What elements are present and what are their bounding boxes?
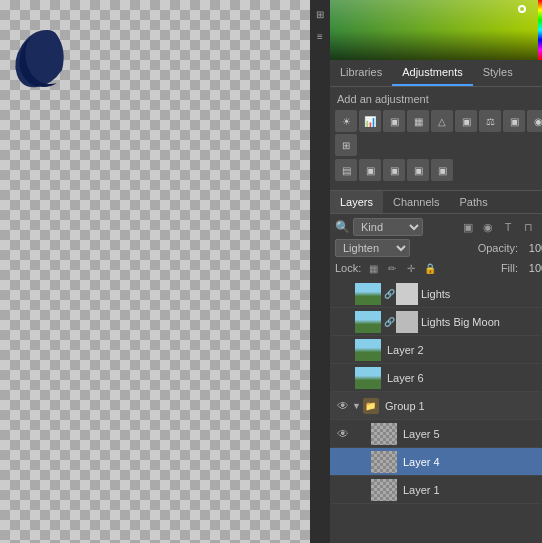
film-strip-icon[interactable]: ▣ — [455, 110, 477, 132]
tab-libraries[interactable]: Libraries — [330, 60, 392, 86]
lock-icons: ▦ ✏ ✛ 🔒 — [365, 260, 438, 276]
camera-icon[interactable]: ◉ — [527, 110, 542, 132]
layer-thumbnail — [355, 339, 381, 361]
vibrance-icon[interactable]: ▦ — [407, 110, 429, 132]
visibility-icon[interactable] — [334, 313, 352, 331]
lock-move-icon[interactable]: ✛ — [403, 260, 419, 276]
layers-controls: 🔍 Kind ▣ ◉ T ⊓ 🔒 Lighten Opacity: 100% L… — [330, 214, 542, 280]
visibility-icon[interactable] — [334, 481, 352, 499]
adjustment-filter-icon[interactable]: ◉ — [479, 218, 497, 236]
color-gradient[interactable] — [330, 0, 538, 60]
canvas-area — [0, 0, 310, 543]
black-white-icon[interactable]: ▣ — [503, 110, 525, 132]
posterize-icon[interactable]: ▣ — [359, 159, 381, 181]
curves-icon[interactable]: 📊 — [359, 110, 381, 132]
search-icon: 🔍 — [335, 220, 350, 234]
channel-mixer-icon[interactable]: ▣ — [431, 159, 453, 181]
blend-opacity-row: Lighten Opacity: 100% — [335, 239, 542, 257]
layer-list: 🔗 Lights 🔗 Lights Big Moon Layer 2 Layer… — [330, 280, 542, 543]
group-expand-icon[interactable]: ▼ — [352, 401, 361, 411]
opacity-value: 100% — [522, 242, 542, 254]
lock-label: Lock: — [335, 262, 361, 274]
lock-brush-icon[interactable]: ✏ — [384, 260, 400, 276]
lock-row: Lock: ▦ ✏ ✛ 🔒 Fill: 100% — [335, 260, 542, 276]
chain-icon: 🔗 — [384, 317, 394, 327]
layer-name: Group 1 — [385, 400, 542, 412]
balance-icon[interactable]: ⚖ — [479, 110, 501, 132]
brightness-icon[interactable]: ☀ — [335, 110, 357, 132]
adjustment-icons-row-2: ▤ ▣ ▣ ▣ ▣ — [335, 159, 542, 181]
layer-mask-thumbnail — [396, 283, 418, 305]
lock-all-icon[interactable]: 🔒 — [422, 260, 438, 276]
tab-layers[interactable]: Layers — [330, 191, 383, 213]
layer-thumbnail — [355, 283, 381, 305]
visibility-icon[interactable] — [334, 285, 352, 303]
panel-tabs: Libraries Adjustments Styles — [330, 60, 542, 87]
table-row[interactable]: Layer 2 — [330, 336, 542, 364]
add-adjustment-label: Add an adjustment — [335, 93, 542, 105]
layer-name: Lights — [421, 288, 542, 300]
lock-checkerboard-icon[interactable]: ▦ — [365, 260, 381, 276]
layer-mask-thumbnail — [396, 311, 418, 333]
adjustment-icons-row-1: ☀ 📊 ▣ ▦ △ ▣ ⚖ ▣ ◉ ⊞ — [335, 110, 542, 156]
opacity-label: Opacity: — [478, 242, 518, 254]
layer-thumbnail — [371, 479, 397, 501]
panel-toggle-icon[interactable]: ⊞ — [311, 5, 329, 23]
fill-value: 100% — [522, 262, 542, 274]
visibility-icon[interactable] — [334, 369, 352, 387]
layer-thumbnail — [371, 451, 397, 473]
layer-filter-icons: ▣ ◉ T ⊓ 🔒 — [459, 218, 542, 236]
blend-mode-dropdown[interactable]: Lighten — [335, 239, 410, 257]
visibility-icon[interactable]: 👁 — [334, 425, 352, 443]
type-filter-icon[interactable]: T — [499, 218, 517, 236]
color-cursor[interactable] — [518, 5, 526, 13]
logo-svg — [12, 25, 67, 90]
layers-tabs: Layers Channels Paths — [330, 190, 542, 214]
tab-paths[interactable]: Paths — [450, 191, 498, 213]
visibility-icon[interactable] — [334, 453, 352, 471]
kind-dropdown[interactable]: Kind — [353, 218, 423, 236]
table-row[interactable]: 👁 ▼ 📁 Group 1 — [330, 392, 542, 420]
threshold-icon[interactable]: ▣ — [383, 159, 405, 181]
chain-icon: 🔗 — [384, 289, 394, 299]
layer-thumbnail — [355, 367, 381, 389]
table-row[interactable]: Layer 1 — [330, 476, 542, 504]
pixel-filter-icon[interactable]: ▣ — [459, 218, 477, 236]
fill-label: Fill: — [501, 262, 518, 274]
table-row[interactable]: 🔗 Lights — [330, 280, 542, 308]
layer-name: Layer 1 — [403, 484, 542, 496]
adjustments-panel: Add an adjustment ☀ 📊 ▣ ▦ △ ▣ ⚖ ▣ ◉ ⊞ ▤ … — [330, 87, 542, 190]
tab-styles[interactable]: Styles — [473, 60, 523, 86]
tab-channels[interactable]: Channels — [383, 191, 449, 213]
table-row[interactable]: 🔗 Lights Big Moon — [330, 308, 542, 336]
layer-thumbnail — [371, 423, 397, 445]
color-picker[interactable] — [330, 0, 542, 60]
exposure-icon[interactable]: ▣ — [383, 110, 405, 132]
canvas-checkerboard — [0, 0, 310, 543]
tab-adjustments[interactable]: Adjustments — [392, 60, 473, 86]
invert-icon[interactable]: △ — [431, 110, 453, 132]
shape-filter-icon[interactable]: ⊓ — [519, 218, 537, 236]
layer-name: Layer 6 — [387, 372, 542, 384]
group-folder-icon: 📁 — [363, 398, 379, 414]
hue-strip[interactable] — [538, 0, 542, 60]
gradient-map-icon[interactable]: ▤ — [335, 159, 357, 181]
table-row[interactable]: 👁 Layer 5 — [330, 420, 542, 448]
selective-color-icon[interactable]: ▣ — [407, 159, 429, 181]
table-row[interactable]: Layer 6 — [330, 364, 542, 392]
layers-search-row: 🔍 Kind ▣ ◉ T ⊓ 🔒 — [335, 218, 542, 236]
layer-name: Lights Big Moon — [421, 316, 542, 328]
right-panel: Libraries Adjustments Styles Add an adju… — [330, 0, 542, 543]
visibility-icon[interactable]: 👁 — [334, 397, 352, 415]
visibility-icon[interactable] — [334, 341, 352, 359]
layer-name: Layer 4 — [403, 456, 542, 468]
table-row[interactable]: Layer 4 — [330, 448, 542, 476]
layer-thumbnail — [355, 311, 381, 333]
grid-icon[interactable]: ⊞ — [335, 134, 357, 156]
layer-name: Layer 2 — [387, 344, 542, 356]
layers-icon[interactable]: ≡ — [311, 27, 329, 45]
vertical-toolbar: ⊞ ≡ — [310, 0, 330, 543]
layer-name: Layer 5 — [403, 428, 542, 440]
